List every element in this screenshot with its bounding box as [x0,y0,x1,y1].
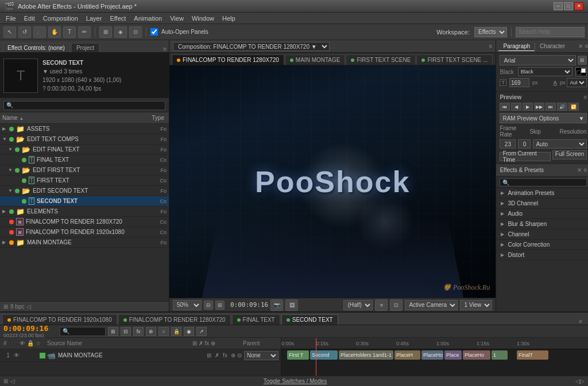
skip-input[interactable] [518,139,531,149]
play-btn[interactable]: ▶ [523,103,533,111]
switch-1[interactable]: ⊞ [205,352,213,358]
minimize-button[interactable]: ─ [554,2,563,10]
tool-pen[interactable]: ✏ [78,26,91,38]
preview-menu-btn[interactable]: ≡ [584,94,587,100]
ep-item-channel[interactable]: ▶ Channel [496,229,588,240]
help-search[interactable] [516,27,585,37]
proj-item-final-text[interactable]: T FINAL TEXT Co [0,155,169,165]
go-last-btn[interactable]: ⏭ [546,103,556,111]
proj-item-edit-second-text[interactable]: ▼ 📂 EDIT SECOND TEXT Fo [0,186,169,196]
menu-edit[interactable]: Edit [21,14,38,22]
ep-options-btn[interactable]: ≡ [584,167,587,173]
tool-mask[interactable]: ◈ [114,26,127,38]
ep-search-input[interactable] [500,178,587,186]
panel-menu-icon[interactable]: ≡ [163,46,167,52]
zoom-reset-btn[interactable]: ⊟ [204,301,213,310]
project-search-input[interactable] [3,101,165,110]
tl-tab-finalcomp-1920[interactable]: FINALCOMP TO RENDER 1920x1080 [2,314,117,325]
quality-btn[interactable]: ≡ [375,299,388,311]
proj-item-edit-final-text[interactable]: ▼ 📂 EDIT FINAL TEXT Fo [0,145,169,155]
toggle-label[interactable]: Toggle Switches / Modes [264,378,327,384]
tl-btn-solo[interactable]: ○ [158,327,169,336]
tl-btn-parent[interactable]: ↗ [196,327,207,336]
font-family-select[interactable]: Arial [500,55,576,65]
proj-item-finalcomp-1920[interactable]: ▣ FINALCOMP TO RENDER 1920x1080 Co [0,227,169,237]
go-first-btn[interactable]: ⏮ [500,103,510,111]
tool-align[interactable]: ⊞ [99,26,112,38]
go-fwd-btn[interactable]: ▶▶ [534,103,544,111]
proj-item-main-montage[interactable]: ▶ 📁 MAIN MONTAGE Fo [0,237,169,248]
menu-window[interactable]: Window [188,14,218,22]
tl-btn-lock[interactable]: 🔒 [171,327,181,336]
switch-fx[interactable]: fx [221,352,229,358]
font-size-input[interactable] [509,78,529,87]
comp-tab-main-montage[interactable]: MAIN MONTAGE [285,54,346,65]
character-tab[interactable]: Character [535,42,570,50]
tl-tab-finalcomp-1280[interactable]: FINALCOMP TO RENDER 1280X720 [118,314,231,325]
proj-item-finalcomp-1280[interactable]: ▣ FINALCOMP TO RENDER 1280X720 Co [0,217,169,227]
comp-tab-finalcomp-1280[interactable]: FINALCOMP TO RENDER 1280X720 [172,54,284,65]
menu-help[interactable]: Help [219,14,239,22]
snapshot-btn[interactable]: 📷 [270,299,283,311]
quality-select[interactable]: (Half) [343,300,373,310]
ram-preview-button[interactable]: RAM Preview Options ▼ [500,113,587,123]
maximize-button[interactable]: □ [564,2,573,10]
view-select[interactable]: 1 View [460,300,492,310]
proj-item-elements[interactable]: ▶ 📁 ELEMENTS Fo [0,206,169,217]
go-back-btn[interactable]: ◀ [511,103,521,111]
tl-btn-motion[interactable]: ⊕ [146,327,156,336]
tl-btn-fx[interactable]: fx [133,327,144,336]
proj-item-edit-first-text[interactable]: ▼ 📂 EDIT FIRST TEXT Fo [0,165,169,176]
camera-select[interactable]: Active Camera [405,300,458,310]
ep-item-color-correction[interactable]: ▶ Color Correction [496,240,588,250]
auto-select[interactable]: Auto [567,78,587,87]
region-btn[interactable]: ⊡ [390,299,403,311]
frame-rate-input[interactable] [500,139,516,149]
show-snapshot-btn[interactable]: 🖼 [285,299,298,311]
proj-item-second-text[interactable]: T SECOND TEXT Co [0,196,169,206]
menu-animation[interactable]: Animation [130,14,165,22]
menu-view[interactable]: View [167,14,187,22]
switch-2[interactable]: ✗ [213,352,221,358]
color-swatch[interactable] [575,67,587,76]
tool-roto[interactable]: ⊙ [129,26,142,38]
color-preset-select[interactable]: Black [518,67,573,76]
panel-options-btn[interactable]: ≡ [585,43,588,49]
tl-btn-1[interactable]: ⊞ [108,327,118,336]
tool-select[interactable]: ↖ [3,26,16,38]
from-current-button[interactable]: From Current Time [500,152,550,161]
parent-select[interactable]: None [244,351,278,360]
tool-pan[interactable]: ✋ [48,26,61,38]
font-style-btn[interactable]: ⊞ [578,56,587,65]
tl-btn-2[interactable]: ⊟ [121,327,131,336]
proj-item-first-text[interactable]: T FIRST TEXT Co [0,176,169,186]
proj-item-edit-text-comps[interactable]: ▼ 📂 EDIT TEXT COMPS Fo [0,134,169,145]
tool-rotate[interactable]: ↺ [18,26,31,38]
timeline-playhead[interactable] [316,338,316,376]
project-tab[interactable]: Project [71,43,99,52]
panel-menu-btn[interactable]: ✕ [578,43,583,49]
audio-btn[interactable]: 🔊 [557,103,567,111]
workspace-select[interactable]: Effects [474,27,507,37]
ep-menu-btn[interactable]: ✕ [577,167,582,173]
ep-item-blur-sharpen[interactable]: ▶ Blur & Sharpen [496,219,588,229]
ep-item-distort[interactable]: ▶ Distort [496,250,588,260]
loop-btn[interactable]: 🔁 [568,103,579,111]
menu-file[interactable]: File [2,14,20,22]
timeline-ruler[interactable]: 0:00s 0:15s 0:30s 0:45s 1:00s 1:15s 1:30… [281,338,588,349]
ep-item-3d-channel[interactable]: ▶ 3D Channel [496,198,588,209]
menu-effect[interactable]: Effect [106,14,129,22]
tl-tab-final-text[interactable]: FINAL TEXT [232,314,280,325]
comp-select[interactable]: Composition: FINALCOMP TO RENDER 1280X72… [173,42,330,51]
resolution-select[interactable]: Auto [533,139,587,149]
ep-item-audio[interactable]: ▶ Audio [496,209,588,219]
switch-motion[interactable]: ⊕ [229,352,237,358]
timeline-search[interactable] [60,327,106,336]
menu-composition[interactable]: Composition [40,14,82,22]
paragraph-tab[interactable]: Paragraph [498,42,535,51]
visibility-btn[interactable]: 👁 [14,352,22,358]
panel-menu-btn[interactable]: ≡ [489,43,493,49]
tl-tab-second-text[interactable]: SECOND TEXT [281,314,338,325]
close-button[interactable]: ✕ [574,2,583,10]
proj-item-assets[interactable]: ▶ 📁 ASSETS Fo [0,124,169,134]
